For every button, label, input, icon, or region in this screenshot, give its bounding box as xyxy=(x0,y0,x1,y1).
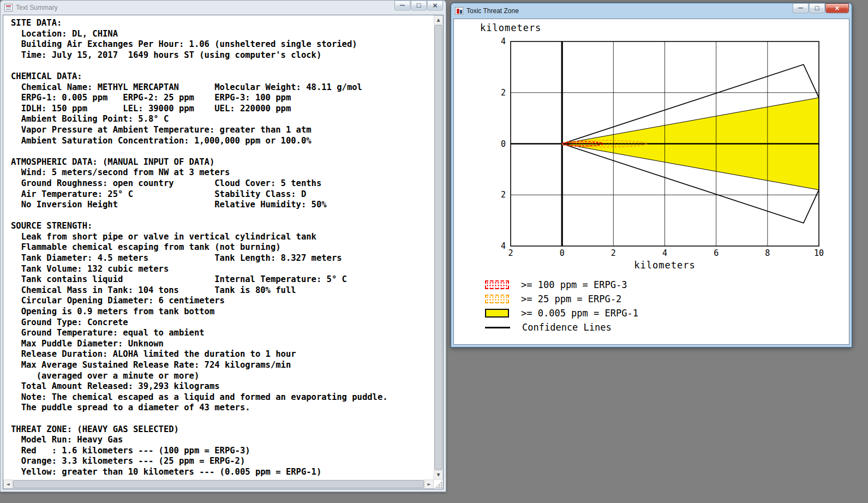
svg-text:2: 2 xyxy=(508,248,513,258)
text-summary-window-icon xyxy=(4,4,13,11)
horizontal-scroll-track[interactable] xyxy=(13,480,424,489)
close-icon: × xyxy=(432,2,438,9)
legend-row-erpg1: >= 0.005 ppm = ERPG-1 xyxy=(485,306,638,320)
scroll-up-button[interactable]: ▲ xyxy=(434,15,443,25)
minimize-icon: — xyxy=(400,3,405,8)
maximize-icon: □ xyxy=(416,3,421,8)
svg-text:kilometers: kilometers xyxy=(634,260,695,271)
text-summary-content: SITE DATA: Location: DL, CHINA Building … xyxy=(3,15,434,480)
toxic-threat-zone-window: Toxic Threat Zone — □ × 2024681042024kil… xyxy=(451,3,852,348)
scroll-right-icon: ► xyxy=(427,482,430,487)
svg-text:10: 10 xyxy=(814,248,824,258)
threat-zone-title: Toxic Threat Zone xyxy=(466,7,519,15)
horizontal-scroll-thumb[interactable] xyxy=(13,480,424,488)
maximize-icon: □ xyxy=(815,5,819,11)
svg-text:2: 2 xyxy=(501,190,506,200)
close-icon: × xyxy=(834,5,840,11)
red-zone xyxy=(562,141,603,146)
legend-row-confidence: Confidence Lines xyxy=(485,320,638,334)
scroll-left-button[interactable]: ◄ xyxy=(3,480,13,489)
confidence-legend-label: Confidence Lines xyxy=(522,322,612,333)
text-summary-window: Text Summary — □ × SITE DATA: Location: … xyxy=(0,0,446,492)
svg-text:0: 0 xyxy=(560,248,565,258)
erpg3-swatch xyxy=(485,280,509,289)
svg-text:6: 6 xyxy=(714,248,719,258)
threat-zone-client-area: 2024681042024kilometerskilometers >= 100… xyxy=(453,19,849,345)
svg-text:4: 4 xyxy=(501,241,506,251)
legend-row-erpg2: >= 25 ppm = ERPG-2 xyxy=(485,292,638,306)
mdi-desktop-background: Text Summary — □ × SITE DATA: Location: … xyxy=(0,0,868,503)
maximize-button[interactable]: □ xyxy=(411,1,427,10)
text-summary-client-area: SITE DATA: Location: DL, CHINA Building … xyxy=(3,15,444,489)
close-button[interactable]: × xyxy=(427,1,443,10)
threat-zone-plot: 2024681042024kilometerskilometers xyxy=(454,19,849,276)
svg-text:kilometers: kilometers xyxy=(480,22,541,33)
scroll-down-button[interactable]: ▼ xyxy=(434,470,443,480)
erpg3-legend-label: >= 100 ppm = ERPG-3 xyxy=(521,279,627,290)
resize-grip[interactable] xyxy=(434,480,443,489)
scroll-down-icon: ▼ xyxy=(436,472,440,477)
threat-zone-titlebar[interactable]: Toxic Threat Zone — □ × xyxy=(451,3,852,19)
minimize-button[interactable]: — xyxy=(793,3,809,13)
scroll-right-button[interactable]: ► xyxy=(424,480,434,489)
close-button[interactable]: × xyxy=(825,3,849,13)
vertical-scrollbar[interactable]: ▲ ▼ xyxy=(434,15,443,480)
threat-zone-window-icon xyxy=(455,7,463,15)
threat-zone-legend: >= 100 ppm = ERPG-3 >= 25 ppm = ERPG-2 >… xyxy=(485,278,638,334)
svg-text:8: 8 xyxy=(765,248,770,258)
horizontal-scrollbar[interactable]: ◄ ► xyxy=(3,480,434,489)
erpg1-swatch xyxy=(485,309,509,318)
erpg2-swatch xyxy=(485,295,509,303)
svg-text:4: 4 xyxy=(501,37,506,46)
svg-text:2: 2 xyxy=(501,88,506,98)
svg-text:4: 4 xyxy=(662,248,667,258)
vertical-scroll-track[interactable] xyxy=(434,25,443,470)
vertical-scroll-thumb[interactable] xyxy=(434,25,442,470)
erpg1-legend-label: >= 0.005 ppm = ERPG-1 xyxy=(521,308,638,319)
minimize-button[interactable]: — xyxy=(394,1,410,10)
scroll-left-icon: ◄ xyxy=(6,482,9,487)
scroll-up-icon: ▲ xyxy=(436,17,440,22)
maximize-button[interactable]: □ xyxy=(809,3,825,13)
text-summary-titlebar[interactable]: Text Summary — □ × xyxy=(1,1,446,15)
confidence-line-swatch xyxy=(485,327,510,328)
text-summary-title: Text Summary xyxy=(16,4,58,11)
erpg2-legend-label: >= 25 ppm = ERPG-2 xyxy=(521,294,621,304)
svg-text:0: 0 xyxy=(501,139,506,149)
minimize-icon: — xyxy=(798,5,804,11)
svg-text:2: 2 xyxy=(611,248,616,258)
legend-row-erpg3: >= 100 ppm = ERPG-3 xyxy=(485,278,638,292)
